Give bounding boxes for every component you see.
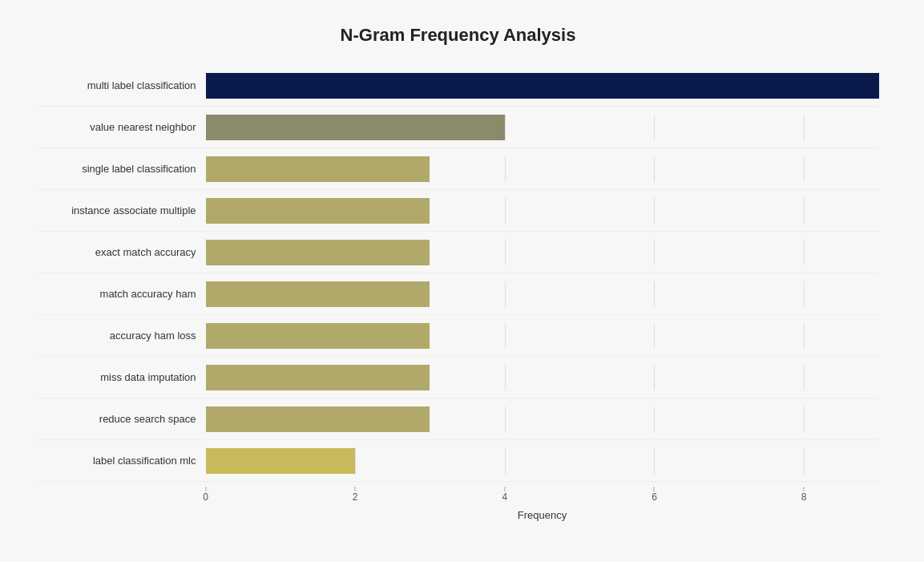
bar-row: miss data imputation	[38, 357, 879, 398]
bar-track	[206, 406, 879, 432]
bar-label: multi label classification	[38, 79, 206, 91]
bar-row: match accuracy ham	[38, 273, 879, 315]
bar-fill	[206, 448, 356, 474]
bar-fill	[206, 156, 430, 182]
bar-track	[206, 115, 879, 140]
x-tick-label: 6	[652, 491, 657, 503]
bar-row: single label classification	[38, 148, 879, 190]
bar-fill	[206, 365, 430, 390]
bar-fill	[206, 281, 430, 307]
bar-row: accuracy ham loss	[38, 315, 879, 357]
bar-track	[206, 448, 879, 474]
x-tick-label: 0	[203, 491, 208, 503]
bar-label: single label classification	[38, 163, 206, 175]
chart-title: N-Gram Frequency Analysis	[38, 25, 879, 46]
bar-label: miss data imputation	[38, 371, 206, 383]
bar-label: exact match accuracy	[38, 246, 206, 258]
bar-label: reduce search space	[38, 413, 206, 425]
bar-row: exact match accuracy	[38, 232, 879, 273]
bar-fill	[206, 73, 879, 99]
bar-label: match accuracy ham	[38, 288, 206, 300]
bar-row: reduce search space	[38, 398, 879, 440]
bar-track	[206, 240, 879, 265]
bar-label: value nearest neighbor	[38, 121, 206, 133]
bar-label: instance associate multiple	[38, 204, 206, 216]
x-axis-label: Frequency	[206, 509, 879, 521]
x-tick-label: 4	[502, 491, 507, 503]
chart-container: N-Gram Frequency Analysis multi label cl…	[22, 9, 903, 553]
bar-label: accuracy ham loss	[38, 330, 206, 342]
bar-fill	[206, 198, 430, 224]
bar-row: label classification mlc	[38, 440, 879, 482]
bar-track	[206, 323, 879, 349]
bar-fill	[206, 115, 505, 140]
x-tick-label: 8	[801, 491, 807, 503]
bar-track	[206, 156, 879, 182]
bar-track	[206, 281, 879, 307]
bar-track	[206, 198, 879, 224]
bar-track	[206, 365, 879, 390]
bar-row: multi label classification	[38, 65, 879, 107]
bar-row: instance associate multiple	[38, 190, 879, 232]
x-tick-label: 2	[353, 491, 358, 503]
bar-fill	[206, 323, 430, 349]
bar-track	[206, 73, 879, 99]
bar-fill	[206, 406, 430, 432]
bar-fill	[206, 240, 430, 265]
bar-label: label classification mlc	[38, 455, 206, 467]
bar-row: value nearest neighbor	[38, 107, 879, 148]
chart-area: multi label classificationvalue nearest …	[38, 65, 879, 482]
